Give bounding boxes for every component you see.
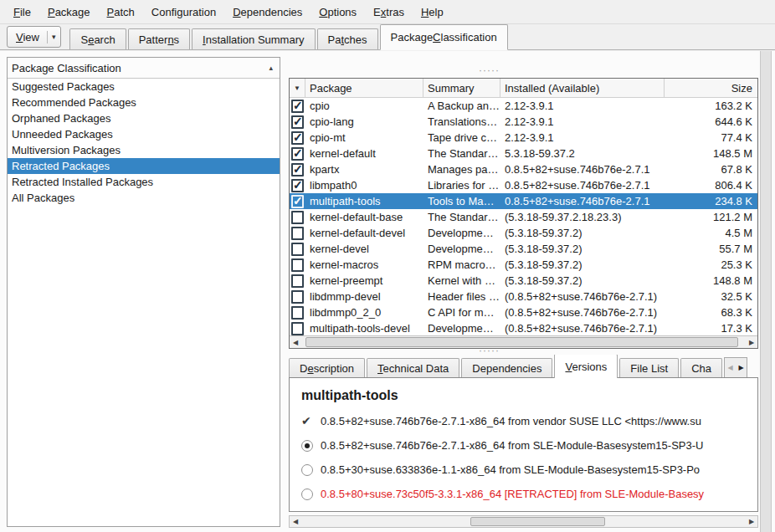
filter-list-item[interactable]: Suggested Packages (8, 79, 280, 95)
menu-item[interactable]: Configuration (143, 3, 224, 22)
package-installed-cell: 0.8.5+82+suse.746b76e-2.7.1 (500, 179, 665, 192)
package-row[interactable]: libdmmp0_2_0 C API for m… (0.8.5+82+suse… (290, 304, 757, 320)
package-summary-cell: Header files … (423, 290, 500, 303)
detail-tab[interactable]: Cha (680, 358, 722, 378)
detail-tab[interactable]: Technical Data (367, 358, 459, 378)
filter-list-item[interactable]: All Packages (8, 190, 280, 206)
version-state-icon[interactable] (301, 464, 313, 476)
package-summary-cell: Manages pa… (423, 163, 500, 176)
package-table-body: cpio A Backup an… 2.12-3.9.1 163.2 K cpi… (290, 98, 757, 336)
scrollbar-track[interactable] (301, 336, 746, 348)
package-row[interactable]: kernel-preempt Kernel with … (5.3.18-59.… (290, 273, 757, 289)
vertical-scrollbar[interactable] (760, 51, 772, 532)
version-option[interactable]: 0.8.5+82+suse.746b76e-2.7.1-x86_64 from … (301, 415, 746, 427)
filter-list-item[interactable]: Retracted Installed Packages (8, 174, 280, 190)
menu-item[interactable]: Package (39, 3, 99, 22)
view-tab[interactable]: Search (69, 28, 126, 49)
filter-list-item[interactable]: Recommended Packages (8, 95, 280, 110)
tab-scroll-left-icon[interactable]: ◀ (725, 364, 736, 371)
package-row[interactable]: kernel-macros RPM macro… (5.3.18-59.37.2… (290, 257, 757, 273)
tab-scroll-right-icon[interactable]: ▶ (736, 364, 747, 371)
versions-horizontal-scrollbar[interactable]: ◀ ▶ (289, 515, 758, 528)
table-horizontal-scrollbar[interactable]: ◀ ▶ (290, 335, 757, 348)
detail-tab[interactable]: Dependencies (461, 358, 552, 378)
menu-item[interactable]: Dependencies (224, 3, 311, 22)
scroll-left-icon[interactable]: ◀ (290, 516, 301, 527)
scrollbar-thumb[interactable] (470, 517, 605, 526)
package-table: ▼ Package Summary Installed (Available) … (289, 78, 758, 349)
scroll-right-icon[interactable]: ▶ (746, 336, 757, 348)
menu-item[interactable]: Patch (99, 3, 143, 22)
filter-list-header[interactable]: Package Classification ▴ (8, 58, 280, 79)
scrollbar-track[interactable] (301, 516, 746, 527)
package-row[interactable]: libmpath0 Libraries for … 0.8.5+82+suse.… (290, 177, 757, 193)
package-row[interactable]: kernel-devel Developme… (5.3.18-59.37.2)… (290, 241, 757, 257)
filter-list-item[interactable]: Multiversion Packages (8, 142, 280, 158)
detail-tab-bar: Description Technical Data Dependencies … (289, 355, 758, 378)
view-menu-button[interactable]: View ▾ (7, 26, 61, 48)
package-row[interactable]: libdmmp-devel Header files … (0.8.5+82+s… (290, 289, 757, 304)
package-checkbox[interactable] (291, 211, 304, 224)
package-row[interactable]: kernel-default The Standar… 5.3.18-59.37… (290, 146, 757, 161)
package-checkbox[interactable] (291, 322, 304, 335)
view-tab[interactable]: Package Classification (380, 24, 508, 50)
package-checkbox[interactable] (291, 227, 304, 240)
package-size-cell: 55.7 M (665, 241, 757, 257)
scrollbar-thumb[interactable] (305, 337, 738, 347)
package-row[interactable]: kpartx Manages pa… 0.8.5+82+suse.746b76e… (290, 161, 757, 177)
menu-item[interactable]: Options (311, 3, 365, 22)
package-checkbox[interactable] (291, 179, 304, 192)
package-summary-cell: The Standar… (423, 147, 500, 160)
splitter-handle[interactable]: ····· (479, 348, 500, 353)
view-tab[interactable]: Patterns (128, 28, 190, 49)
splitter-handle[interactable]: ····· (479, 68, 500, 73)
package-checkbox[interactable] (291, 243, 304, 256)
package-row[interactable]: multipath-tools Tools to Ma… 0.8.5+82+su… (290, 193, 757, 209)
version-state-icon[interactable] (301, 416, 313, 427)
version-option[interactable]: 0.8.5+82+suse.746b76e-2.7.1-x86_64 from … (301, 439, 746, 452)
detail-tab[interactable]: Versions (554, 355, 618, 378)
menu-item[interactable]: File (5, 3, 39, 22)
package-row[interactable]: kernel-default-base The Standar… (5.3.18… (290, 209, 757, 225)
menu-item[interactable]: Extras (365, 3, 413, 22)
package-size-cell: 4.5 M (665, 225, 757, 241)
package-row[interactable]: cpio-mt Tape drive c… 2.12-3.9.1 77.4 K (290, 130, 757, 146)
filter-list-item[interactable]: Retracted Packages (8, 158, 280, 174)
package-name-cell: kernel-default-base (305, 211, 423, 223)
package-checkbox[interactable] (291, 258, 304, 272)
version-state-icon[interactable] (301, 489, 313, 500)
package-checkbox[interactable] (291, 147, 304, 161)
detail-tab[interactable]: Description (289, 358, 365, 378)
package-row[interactable]: kernel-default-devel Developme… (5.3.18-… (290, 225, 757, 241)
package-checkbox[interactable] (291, 306, 304, 320)
package-summary-cell: Translations… (423, 115, 500, 128)
scroll-left-icon[interactable]: ◀ (290, 336, 301, 348)
package-checkbox[interactable] (291, 274, 304, 288)
column-header-status[interactable]: ▼ (290, 79, 305, 97)
view-button-label: View (16, 31, 39, 43)
view-tab[interactable]: Patches (317, 28, 378, 49)
scroll-right-icon[interactable]: ▶ (746, 516, 757, 527)
column-header-summary[interactable]: Summary (423, 79, 500, 97)
view-tab[interactable]: Installation Summary (192, 28, 315, 49)
column-header-package[interactable]: Package (305, 79, 423, 97)
package-row[interactable]: cpio-lang Translations… 2.12-3.9.1 644.6… (290, 114, 757, 130)
package-row[interactable]: cpio A Backup an… 2.12-3.9.1 163.2 K (290, 98, 757, 114)
package-row[interactable]: multipath-tools-devel Developme… (0.8.5+… (290, 320, 757, 336)
column-header-installed[interactable]: Installed (Available) (500, 79, 665, 97)
package-checkbox[interactable] (291, 290, 304, 304)
detail-tab[interactable]: File List (619, 358, 679, 378)
version-option[interactable]: 0.8.5+80+suse.73c50f5-3.3.1-x86_64 [RETR… (301, 488, 746, 500)
version-option[interactable]: 0.8.5+30+suse.633836e-1.1-x86_64 from SL… (301, 463, 746, 476)
package-checkbox[interactable] (291, 131, 304, 145)
package-checkbox[interactable] (291, 115, 304, 129)
package-checkbox[interactable] (291, 163, 304, 176)
package-checkbox[interactable] (291, 195, 304, 208)
filter-list-item[interactable]: Unneeded Packages (8, 126, 280, 142)
column-header-size[interactable]: Size (665, 79, 757, 97)
package-checkbox[interactable] (291, 100, 304, 113)
version-state-icon[interactable] (301, 440, 313, 452)
menu-item[interactable]: Help (413, 3, 452, 22)
sort-ascending-icon: ▴ (269, 64, 273, 72)
filter-list-item[interactable]: Orphaned Packages (8, 110, 280, 126)
